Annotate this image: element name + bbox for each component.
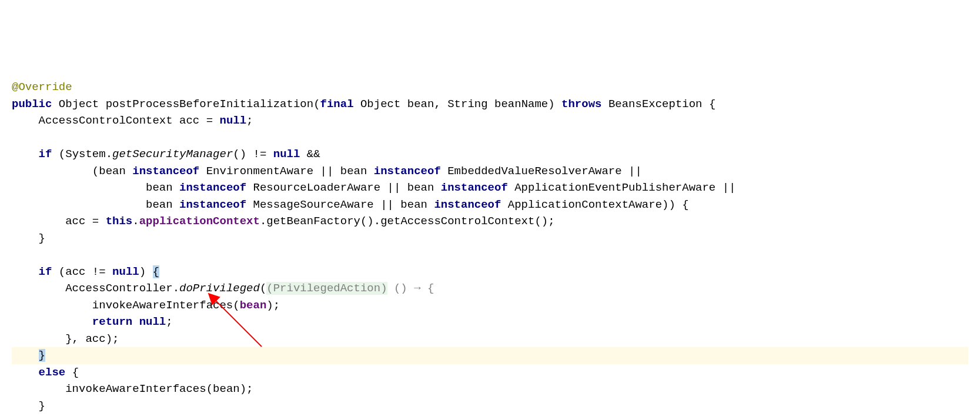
keyword-instanceof6: instanceof <box>434 198 501 211</box>
keyword-instanceof2: instanceof <box>374 165 441 178</box>
caret-line: } <box>12 347 968 364</box>
keyword-public: public <box>12 98 52 111</box>
or: || <box>320 165 334 178</box>
var-acc4: acc <box>85 332 105 345</box>
equals: = <box>206 114 213 127</box>
method-invoke2: invokeAwareInterfaces <box>65 382 206 395</box>
var-bean6: bean <box>400 198 427 211</box>
keyword-if2: if <box>39 265 52 278</box>
var-bean: bean <box>99 165 126 178</box>
type-appcontext: ApplicationContextAware <box>508 198 662 211</box>
var-bean4: bean <box>407 181 434 194</box>
type-envaware: EnvironmentAware <box>206 165 313 178</box>
brace2: { <box>72 366 79 379</box>
var-acc2: acc <box>65 215 85 228</box>
param-bean3: bean <box>213 382 240 395</box>
brace-close2: } <box>39 400 45 412</box>
keyword-if: if <box>39 148 52 161</box>
dot: . <box>106 148 112 161</box>
dot5: . <box>173 282 179 295</box>
var-acc3: acc <box>65 265 85 278</box>
type-appevent: ApplicationEventPublisherAware <box>514 181 715 194</box>
method-getbean: getBeanFactory <box>266 215 360 228</box>
method-getsecurity: getSecurityManager <box>112 148 233 161</box>
highlighted-brace-open: { <box>153 265 159 278</box>
comma: , <box>434 98 440 111</box>
keyword-instanceof5: instanceof <box>179 198 246 211</box>
method-getacc: getAccessControlContext <box>380 215 534 228</box>
keyword-this: this <box>106 215 133 228</box>
var-acc: acc <box>179 114 199 127</box>
highlighted-brace-close: } <box>39 349 45 362</box>
keyword-instanceof3: instanceof <box>179 181 246 194</box>
var-bean2: bean <box>340 165 367 178</box>
dot3: . <box>260 215 266 228</box>
close4: ); <box>240 382 253 395</box>
keyword-null3: null <box>112 265 139 278</box>
type-system: System <box>65 148 105 161</box>
param-beanname: beanName <box>494 98 548 111</box>
type-exception: BeansException <box>608 98 703 111</box>
param-bean: bean <box>407 98 434 111</box>
type-object2: Object <box>360 98 400 111</box>
noteq2: != <box>92 265 106 278</box>
paren2: ( <box>92 165 99 178</box>
svg-line-1 <box>215 299 262 347</box>
dot4: . <box>374 215 380 228</box>
paren6: ( <box>206 382 213 395</box>
brace-close: } <box>39 232 45 245</box>
paren: ( <box>59 148 65 161</box>
keyword-final: final <box>320 98 354 111</box>
noteq: != <box>253 148 267 161</box>
paren3: ( <box>59 265 65 278</box>
keyword-throws: throws <box>561 98 601 111</box>
and: && <box>307 148 320 161</box>
close3: ); <box>106 332 119 345</box>
type-hint-privilegedaction: (PrivilegedAction) <box>266 282 387 295</box>
or2: || <box>628 165 642 178</box>
or5: || <box>380 198 394 211</box>
type-resource: ResourceLoaderAware <box>253 181 381 194</box>
type-msgsource: MessageSourceAware <box>253 198 374 211</box>
annotation: @Override <box>12 81 72 94</box>
annotation-arrow-icon <box>206 291 276 350</box>
type-object: Object <box>59 98 99 111</box>
field-appcontext: applicationContext <box>139 215 260 228</box>
brace: { <box>682 198 688 211</box>
lambda-arrow: () → { <box>387 282 434 295</box>
dot2: . <box>132 215 139 228</box>
eq: = <box>92 215 99 228</box>
keyword-instanceof4: instanceof <box>441 181 508 194</box>
paren-close: ) <box>548 98 554 111</box>
close2: }, <box>65 332 85 345</box>
parens: () <box>233 148 246 161</box>
or4: || <box>723 181 736 194</box>
parens3: (); <box>534 215 554 228</box>
var-bean5: bean <box>146 198 173 211</box>
keyword-instanceof: instanceof <box>132 165 199 178</box>
close-parens: )) <box>662 198 675 211</box>
keyword-else: else <box>39 366 66 379</box>
keyword-null2: null <box>273 148 300 161</box>
brace-open: { <box>709 98 715 111</box>
keyword-null4: null <box>139 315 166 328</box>
code-editor[interactable]: @Override public Object postProcessBefor… <box>12 79 968 416</box>
keyword-return: return <box>92 315 132 328</box>
parens2: () <box>360 215 374 228</box>
method-name: postProcessBeforeInitialization <box>106 98 313 111</box>
type-embedded: EmbeddedValueResolverAware <box>447 165 621 178</box>
type-accesscontroller: AccessController <box>65 282 172 295</box>
or3: || <box>387 181 401 194</box>
paren-close2: ) <box>139 265 146 278</box>
type-string: String <box>447 98 487 111</box>
paren-open: ( <box>313 98 320 111</box>
semi: ; <box>166 315 172 328</box>
semicolon: ; <box>246 114 253 127</box>
keyword-null: null <box>220 114 247 127</box>
type-acc: AccessControlContext <box>39 114 173 127</box>
var-bean3: bean <box>146 181 173 194</box>
